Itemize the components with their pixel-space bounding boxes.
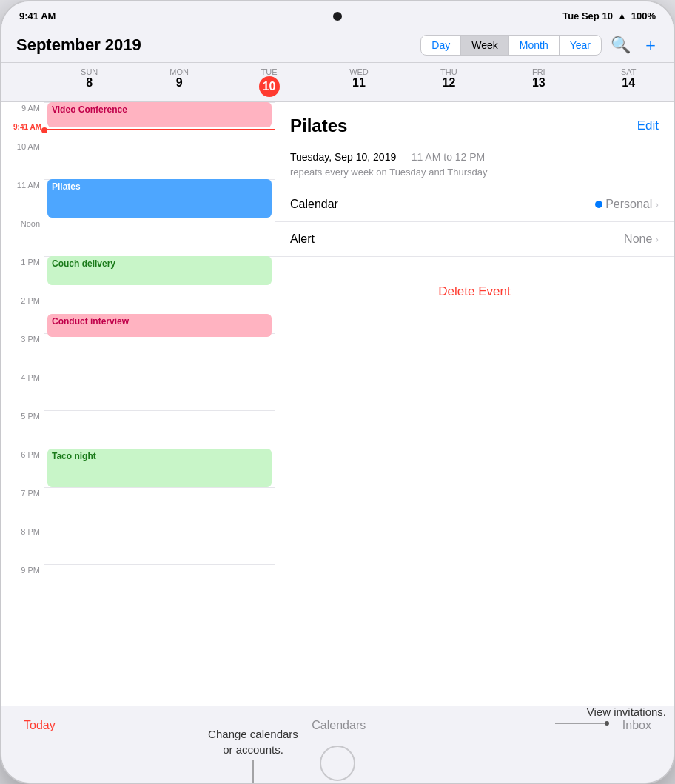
hour-line: [44, 218, 275, 218]
today-button[interactable]: Today: [24, 719, 56, 732]
calendar-title: September 2019: [16, 36, 412, 55]
time-grid: 9 AM10 AM11 AMNoon1 PM2 PM3 PM4 PM5 PM6 …: [1, 102, 275, 641]
time-label: 7 PM: [1, 487, 44, 526]
time-label: 9 PM: [1, 564, 44, 603]
time-label: 5 PM: [1, 410, 44, 449]
event-date-text: Tuesday, Sep 10, 2019: [290, 151, 396, 163]
day-header-tue[interactable]: TUE 10: [224, 63, 314, 101]
edit-button[interactable]: Edit: [637, 118, 659, 133]
day-header-sun[interactable]: SUN 8: [44, 63, 134, 101]
view-week-button[interactable]: Week: [461, 36, 509, 55]
hour-line: [44, 487, 275, 488]
day-header-wed[interactable]: WED 11: [314, 63, 403, 101]
day-header-thu[interactable]: THU 12: [404, 63, 494, 101]
alert-row[interactable]: Alert None ›: [275, 222, 674, 257]
detail-panel: Pilates Edit Tuesday, Sep 10, 2019 11 AM…: [275, 102, 674, 741]
time-label: 11 AM: [1, 179, 44, 218]
search-icon[interactable]: 🔍: [611, 36, 631, 55]
ipad-device: 9:41 AM Tue Sep 10 ▲ 100% September 2019…: [0, 0, 675, 784]
hour-line: [44, 564, 275, 565]
view-year-button[interactable]: Year: [560, 36, 601, 55]
calendar-panel[interactable]: 9 AM10 AM11 AMNoon1 PM2 PM3 PM4 PM5 PM6 …: [1, 102, 275, 741]
home-button[interactable]: [320, 746, 355, 781]
time-label: 8 PM: [1, 526, 44, 564]
calendar-event[interactable]: Taco night: [47, 449, 272, 487]
time-label: 2 PM: [1, 295, 44, 333]
nav-icons: 🔍 ＋: [611, 34, 659, 56]
calendar-value-text: Personal: [605, 198, 652, 211]
view-day-button[interactable]: Day: [421, 36, 461, 55]
battery-icon: 100%: [631, 10, 656, 21]
delete-event-button[interactable]: Delete Event: [275, 272, 674, 311]
alert-label: Alert: [290, 232, 315, 246]
wifi-icon: ▲: [617, 10, 627, 21]
detail-header: Pilates Edit: [275, 102, 674, 141]
alert-value: None ›: [624, 232, 659, 246]
time-label: 3 PM: [1, 333, 44, 372]
day-header-mon[interactable]: MON 9: [134, 63, 224, 101]
time-gutter-header: [1, 63, 44, 101]
calendar-value: Personal ›: [595, 198, 659, 211]
hour-line: [44, 295, 275, 295]
event-repeat-text: repeats every week on Tuesday and Thursd…: [290, 167, 659, 178]
calendar-row[interactable]: Calendar Personal ›: [275, 187, 674, 222]
nav-bar: September 2019 Day Week Month Year 🔍 ＋: [1, 28, 674, 63]
hour-line: [44, 372, 275, 372]
time-label: 4 PM: [1, 372, 44, 410]
view-switcher[interactable]: Day Week Month Year: [420, 35, 602, 56]
hour-line: [44, 526, 275, 526]
time-label: Noon: [1, 218, 44, 256]
time-labels: 9 AM10 AM11 AMNoon1 PM2 PM3 PM4 PM5 PM6 …: [1, 102, 44, 564]
home-area: [1, 744, 674, 783]
status-time: 9:41 AM: [19, 10, 56, 21]
view-month-button[interactable]: Month: [509, 36, 560, 55]
alert-chevron-icon: ›: [655, 233, 659, 245]
time-label: 1 PM: [1, 256, 44, 295]
calendar-chevron-icon: ›: [655, 198, 659, 210]
event-date: Tuesday, Sep 10, 2019 11 AM to 12 PM: [290, 150, 659, 164]
day-columns-header: SUN 8 MON 9 TUE 10 WED 11 THU 12 FRI 13: [44, 63, 674, 101]
calendar-color-dot: [595, 201, 602, 208]
calendar-event[interactable]: Couch delivery: [47, 256, 272, 285]
calendar-event[interactable]: Video Conference: [47, 102, 272, 127]
camera-dot: [333, 12, 342, 21]
event-detail-meta: Tuesday, Sep 10, 2019 11 AM to 12 PM rep…: [275, 141, 674, 187]
main-area: 9 AM10 AM11 AMNoon1 PM2 PM3 PM4 PM5 PM6 …: [1, 102, 674, 741]
day-header-fri[interactable]: FRI 13: [494, 63, 583, 101]
day-header-row: SUN 8 MON 9 TUE 10 WED 11 THU 12 FRI 13: [1, 63, 674, 102]
time-label: 6 PM: [1, 449, 44, 487]
calendar-event[interactable]: Conduct interview: [47, 314, 272, 337]
status-indicators: Tue Sep 10 ▲ 100%: [562, 10, 656, 21]
calendar-label: Calendar: [290, 198, 338, 211]
day-header-sat[interactable]: SAT 14: [584, 63, 674, 101]
hour-line: [44, 141, 275, 141]
add-event-icon[interactable]: ＋: [642, 34, 659, 56]
event-time-text: 11 AM to 12 PM: [412, 151, 486, 163]
alert-value-text: None: [624, 232, 652, 246]
event-detail-title: Pilates: [290, 115, 347, 136]
inbox-button[interactable]: Inbox: [622, 719, 651, 732]
calendars-button[interactable]: Calendars: [312, 719, 366, 732]
hour-line: [44, 410, 275, 411]
time-label: 9 AM: [1, 102, 44, 141]
tab-bar: Today Calendars Inbox: [1, 706, 674, 744]
current-time-label: 9:41 AM: [13, 123, 41, 131]
events-area[interactable]: Video ConferencePilatesCouch deliveryCon…: [44, 102, 275, 641]
time-label: 10 AM: [1, 141, 44, 179]
current-time-line: [44, 129, 275, 130]
calendar-event[interactable]: Pilates: [47, 179, 272, 218]
status-bar: 9:41 AM Tue Sep 10 ▲ 100%: [1, 1, 674, 28]
status-date: Tue Sep 10: [562, 10, 613, 21]
